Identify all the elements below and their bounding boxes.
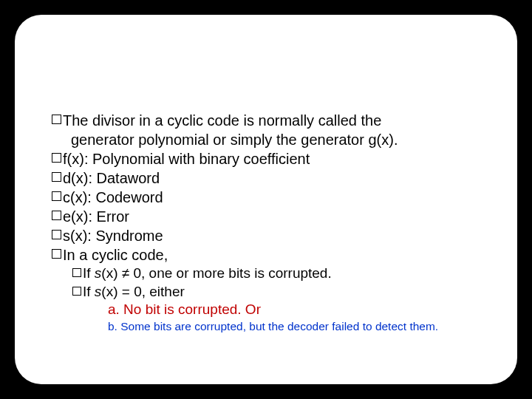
bullet-square-icon	[72, 268, 81, 277]
bullet-item: c(x): Codeword	[52, 188, 480, 207]
bullet-text: The divisor in a cyclic code is normally…	[63, 111, 381, 130]
sub-bullet-text: If s(x) = 0, either	[83, 283, 185, 301]
sub-bullet-item: If s(x) = 0, either	[72, 283, 480, 301]
text-fragment: (x) = 0, either	[101, 284, 184, 299]
slide-frame: The divisor in a cyclic code is normally…	[15, 15, 517, 384]
text-fragment: If	[83, 284, 95, 299]
bullet-square-icon	[52, 191, 61, 201]
slide-content: The divisor in a cyclic code is normally…	[52, 111, 480, 335]
bullet-item-continuation: generator polynomial or simply the gener…	[52, 130, 480, 149]
bullet-square-icon	[52, 211, 61, 220]
bullet-item: e(x): Error	[52, 207, 480, 226]
bullet-text: f(x): Polynomial with binary coefficient	[63, 149, 310, 168]
bullet-text: s(x): Syndrome	[63, 226, 163, 245]
bullet-square-icon	[52, 249, 61, 259]
bullet-item: In a cyclic code,	[52, 245, 480, 265]
variable-italic: s	[95, 284, 102, 299]
bullet-text: In a cyclic code,	[63, 245, 168, 265]
variable-italic: s	[95, 265, 102, 281]
sub-bullet-text: If s(x) ≠ 0, one or more bits is corrupt…	[83, 265, 332, 283]
bullet-item: d(x): Dataword	[52, 168, 480, 188]
bullet-text: e(x): Error	[63, 207, 129, 226]
bullet-square-icon	[52, 153, 61, 163]
bullet-square-icon	[52, 172, 61, 182]
bullet-text: d(x): Dataword	[63, 168, 160, 188]
bullet-square-icon	[52, 115, 61, 124]
text-fragment: If	[83, 265, 95, 281]
bullet-item: f(x): Polynomial with binary coefficient	[52, 149, 480, 168]
bullet-square-icon	[72, 287, 81, 296]
bullet-text: c(x): Codeword	[63, 188, 163, 207]
sub-bullet-item: If s(x) ≠ 0, one or more bits is corrupt…	[72, 265, 480, 283]
text-fragment: (x) ≠ 0, one or more bits is corrupted.	[101, 265, 331, 281]
bullet-square-icon	[52, 230, 61, 239]
bullet-item: The divisor in a cyclic code is normally…	[52, 111, 480, 130]
bullet-text: generator polynomial or simply the gener…	[71, 130, 398, 149]
subsub-item-a: a. No bit is corrupted. Or	[108, 301, 480, 319]
sub-bullet-group: If s(x) ≠ 0, one or more bits is corrupt…	[72, 265, 480, 335]
subsub-item-b: b. Some bits are corrupted, but the deco…	[108, 319, 480, 335]
bullet-item: s(x): Syndrome	[52, 226, 480, 245]
